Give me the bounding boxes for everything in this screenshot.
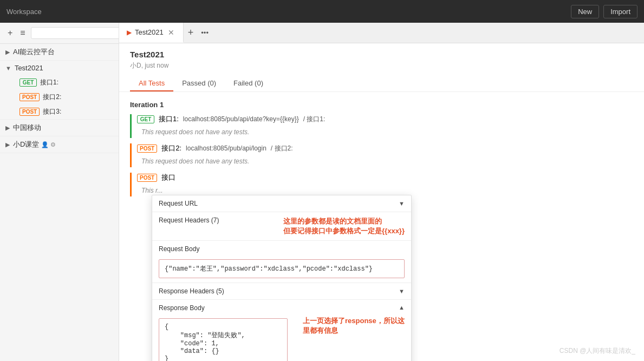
sidebar: + ≡ ••• ▶ AI能云控平台 ▼ Test2021 GET 接口1: PO…	[0, 23, 119, 361]
req-api1-path: / 接口1:	[303, 115, 326, 124]
sub-tabs: All Tests Passed (0) Failed (0)	[130, 76, 633, 91]
top-bar: Workspace New Import	[0, 0, 644, 23]
request-row-post-api2: POST 接口2: localhost:8085/pub/api/login /…	[130, 143, 633, 167]
sidebar-toolbar: + ≡ •••	[0, 23, 119, 44]
sidebar-item-xiaod[interactable]: ▶ 小D课堂 👤 ⚙	[0, 136, 119, 153]
sidebar-search-input[interactable]	[31, 27, 119, 39]
new-button[interactable]: New	[571, 5, 599, 18]
req-api1-name: 接口1:	[159, 114, 179, 124]
import-button[interactable]: Import	[603, 5, 638, 18]
dropdown-overlay: Request URL ▼ Request Headers (7) 这里的参数都…	[152, 195, 412, 361]
page-subtitle: 小D, just now	[130, 61, 633, 70]
method-post-badge-2: POST	[19, 93, 40, 101]
method-post-badge-3: POST	[19, 108, 40, 116]
workspace-title: Workspace	[6, 8, 567, 16]
dropdown-response-body-code: { "msg": "登陆失败", "code": 1, "data": {} }	[159, 318, 288, 361]
sidebar-filter-button[interactable]: ≡	[18, 27, 27, 39]
dropdown-response-headers: Response Headers (5) ▼	[152, 283, 411, 300]
req-api3-name: 接口	[161, 173, 175, 182]
dropdown-res-body-label: Response Body	[159, 304, 205, 312]
dropdown-res-headers-label: Response Headers (5)	[159, 287, 224, 295]
get-badge-api1: GET	[137, 115, 154, 123]
sidebar-sub-item-get-api1[interactable]: GET 接口1:	[0, 75, 119, 90]
sidebar-item-china-mobile[interactable]: ▶ 中国移动	[0, 120, 119, 136]
dropdown-body-label: Request Body	[159, 245, 199, 253]
page-title: Test2021	[130, 50, 633, 59]
sidebar-add-button[interactable]: +	[5, 27, 15, 39]
request-info-post-api2: POST 接口2: localhost:8085/pub/api/login /…	[137, 143, 293, 153]
main-layout: + ≡ ••• ▶ AI能云控平台 ▼ Test2021 GET 接口1: PO…	[0, 23, 644, 361]
tab-play-icon: ▶	[127, 29, 132, 36]
dropdown-res-body-chevron: ▲	[399, 304, 405, 311]
sidebar-group-china-mobile: ▶ 中国移动	[0, 120, 119, 136]
sidebar-item-china-mobile-label: 中国移动	[13, 123, 41, 133]
sidebar-sub-item-post-api3[interactable]: POST 接口3:	[0, 104, 119, 119]
post-badge-api2: POST	[137, 145, 157, 153]
sidebar-sub-item-post-api2[interactable]: POST 接口2:	[0, 90, 119, 104]
sidebar-group-test2021: ▼ Test2021 GET 接口1: POST 接口2: POST 接口3:	[0, 61, 119, 120]
req-api2-name: 接口2:	[161, 143, 181, 153]
req-api1-url: localhost:8085/pub/api/date?key={{key}}	[183, 115, 299, 123]
sidebar-item-ai[interactable]: ▶ AI能云控平台	[0, 44, 119, 60]
sidebar-group-ai: ▶ AI能云控平台	[0, 44, 119, 61]
request-row-get-api1: GET 接口1: localhost:8085/pub/api/date?key…	[130, 114, 633, 138]
dropdown-request-url: Request URL ▼	[152, 195, 411, 212]
dropdown-url-label: Request URL	[159, 200, 198, 207]
req-api2-path: / 接口2:	[271, 144, 293, 153]
sidebar-group-xiaod: ▶ 小D课堂 👤 ⚙	[0, 136, 119, 153]
chevron-right-icon-2: ▶	[5, 124, 10, 132]
xiaod-icons: 👤 ⚙	[41, 141, 56, 148]
sidebar-item-ai-label: AI能云控平台	[13, 47, 55, 57]
req-api1-body: This request does not have any tests.	[137, 126, 325, 138]
main-content: Iteration 1 GET 接口1: localhost:8085/pub/…	[119, 92, 644, 361]
annotation-text-2: 上一页选择了response，所以这里都有信息	[303, 316, 411, 336]
tab-test2021[interactable]: ▶ Test2021 ✕	[119, 23, 184, 43]
request-row-post-api3: POST 接口 This r...	[130, 173, 633, 196]
dropdown-body-header[interactable]: Request Body	[152, 241, 411, 257]
method-get-badge: GET	[19, 78, 37, 87]
dropdown-request-body-code: {"name":"老王","password":"xdclass","pcode…	[159, 259, 405, 278]
chevron-right-icon-3: ▶	[5, 141, 10, 148]
tab-failed[interactable]: Failed (0)	[225, 76, 272, 91]
sidebar-item-test2021-label: Test2021	[15, 64, 43, 72]
chevron-right-icon: ▶	[5, 49, 10, 56]
tab-more-button[interactable]: •••	[198, 29, 212, 37]
page-header: Test2021 小D, just now All Tests Passed (…	[119, 43, 644, 92]
tab-bar: ▶ Test2021 ✕ + •••	[119, 23, 644, 43]
sidebar-sub-item-api3-name: 接口3:	[43, 107, 61, 116]
dropdown-url-chevron: ▼	[399, 200, 405, 207]
annotation-text-1: 这里的参数都是读的文档里面的但要记得接口中参数格式一定是{{xxx}}	[283, 216, 405, 236]
response-body-row: { "msg": "登陆失败", "code": 1, "data": {} }…	[152, 316, 411, 361]
tab-close-button[interactable]: ✕	[167, 28, 175, 37]
sidebar-sub-item-api1-name: 接口1:	[40, 78, 58, 87]
tab-add-button[interactable]: +	[184, 27, 198, 38]
watermark: CSDN @人间有味是清欢_	[560, 346, 635, 356]
dropdown-request-body: Request Body {"name":"老王","password":"xd…	[152, 241, 411, 283]
chevron-down-icon: ▼	[5, 65, 11, 71]
dropdown-url-header[interactable]: Request URL ▼	[152, 195, 411, 212]
tab-test2021-label: Test2021	[135, 28, 164, 36]
sidebar-item-test2021[interactable]: ▼ Test2021	[0, 61, 119, 75]
dropdown-request-headers: Request Headers (7) 这里的参数都是读的文档里面的但要记得接口…	[152, 212, 411, 241]
request-info-post-api3: POST 接口	[137, 173, 175, 182]
dropdown-res-body-header[interactable]: Response Body ▲	[152, 300, 411, 316]
dropdown-headers-header[interactable]: Request Headers (7) 这里的参数都是读的文档里面的但要记得接口…	[152, 212, 411, 240]
iteration-1-label: Iteration 1	[130, 101, 633, 109]
content-area: ▶ Test2021 ✕ + ••• Test2021 小D, just now…	[119, 23, 644, 361]
req-api2-url: localhost:8085/pub/api/login	[186, 145, 266, 152]
dropdown-response-body: Response Body ▲ { "msg": "登陆失败", "code":…	[152, 300, 411, 361]
sidebar-sub-item-api2-name: 接口2:	[43, 93, 61, 102]
dropdown-res-headers-chevron: ▼	[399, 288, 405, 294]
post-badge-api3: POST	[137, 174, 157, 182]
request-info-get-api1: GET 接口1: localhost:8085/pub/api/date?key…	[137, 114, 325, 124]
dropdown-headers-label: Request Headers (7)	[159, 216, 219, 224]
req-api2-body: This request does not have any tests.	[137, 155, 293, 167]
dropdown-res-headers-header[interactable]: Response Headers (5) ▼	[152, 283, 411, 299]
sidebar-item-xiaod-label: 小D课堂	[13, 140, 39, 149]
tab-passed[interactable]: Passed (0)	[173, 76, 225, 91]
tab-all-tests[interactable]: All Tests	[130, 76, 173, 91]
